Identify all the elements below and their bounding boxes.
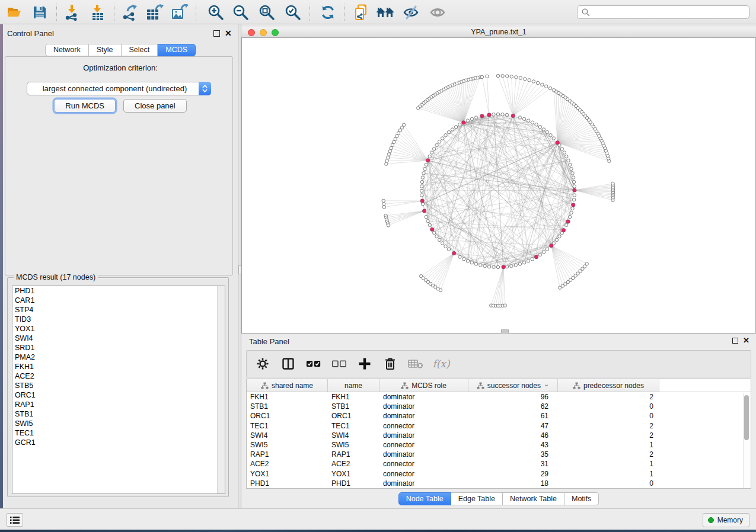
table-row[interactable]: SWI5SWI5connector431 — [247, 440, 751, 450]
export-image-button[interactable] — [170, 3, 189, 21]
table-row[interactable]: TEC1TEC1connector472 — [247, 421, 751, 431]
mcds-result-list[interactable]: PHD1CAR1STP4TID3YOX1SWI4SRD1PMA2FKH1ACE2… — [12, 286, 225, 494]
desktop-wallpaper — [0, 530, 756, 532]
column-header-shared-name[interactable]: shared name — [247, 379, 328, 392]
run-mcds-button[interactable]: Run MCDS — [54, 99, 116, 113]
control-panel-title: Control Panel — [7, 29, 54, 38]
mcds-result-item[interactable]: TID3 — [12, 315, 225, 324]
mcds-result-item[interactable]: STP4 — [12, 305, 225, 315]
cytoscape-app: Control Panel ✕ NetworkStyleSelectMCDS O… — [0, 0, 756, 532]
search-input[interactable] — [590, 6, 749, 18]
save-session-button[interactable] — [30, 3, 49, 21]
memory-button[interactable]: Memory — [703, 513, 749, 527]
network-canvas[interactable] — [241, 38, 756, 334]
cell-name: RAP1 — [328, 450, 379, 459]
select-all-columns-button[interactable] — [306, 356, 321, 371]
import-table-button[interactable] — [88, 3, 107, 21]
zoom-out-button[interactable] — [231, 3, 250, 21]
tab-network-table[interactable]: Network Table — [503, 492, 564, 505]
horizontal-splitter-handle[interactable] — [501, 329, 509, 334]
mcds-result-item[interactable]: SRD1 — [12, 343, 225, 352]
cell-name: STB1 — [328, 402, 379, 411]
column-label: name — [344, 382, 362, 390]
control-panel-tabs: NetworkStyleSelectMCDS — [3, 44, 238, 56]
table-scrollbar-thumb[interactable] — [744, 395, 749, 440]
mcds-result-item[interactable]: RAP1 — [12, 400, 225, 409]
cell-shared-name: TEC1 — [247, 421, 328, 431]
shared-column-icon — [573, 382, 580, 389]
tab-edge-table[interactable]: Edge Table — [451, 492, 503, 505]
table-settings-gear-icon — [256, 357, 269, 370]
close-table-panel-icon[interactable]: ✕ — [743, 336, 749, 345]
mcds-result-item[interactable]: FKH1 — [12, 362, 225, 371]
zoom-in-button[interactable] — [206, 3, 225, 21]
zoom-fit-button[interactable] — [257, 3, 276, 21]
hide-selected-button[interactable] — [402, 3, 421, 21]
table-row[interactable]: PHD1PHD1dominator180 — [247, 479, 751, 488]
network-snapshot-button[interactable] — [352, 3, 371, 21]
mcds-result-item[interactable]: SWI4 — [12, 334, 225, 343]
export-network-button[interactable] — [120, 3, 139, 21]
add-column-button[interactable] — [357, 356, 372, 371]
column-header-predecessor-nodes[interactable]: predecessor nodes — [558, 379, 659, 392]
mcds-result-item[interactable]: GCR1 — [12, 438, 225, 447]
table-row[interactable]: ACE2ACE2connector311 — [247, 459, 751, 469]
criterion-select[interactable]: largest connected component (undirected) — [27, 82, 211, 95]
table-row[interactable]: YOX1YOX1connector291 — [247, 469, 751, 479]
tab-node-table[interactable]: Node Table — [398, 492, 451, 505]
mcds-result-item[interactable]: CAR1 — [12, 296, 225, 305]
table-row[interactable]: STB1STB1dominator620 — [247, 402, 751, 411]
tab-motifs[interactable]: Motifs — [564, 492, 599, 505]
control-panel: Control Panel ✕ NetworkStyleSelectMCDS O… — [3, 24, 238, 508]
mcds-result-item[interactable]: STB1 — [12, 409, 225, 419]
mcds-result-item[interactable]: SWI5 — [12, 419, 225, 428]
close-panel-button[interactable]: Close panel — [123, 99, 187, 113]
show-all-icon — [429, 5, 446, 20]
table-row[interactable]: ORC1ORC1dominator610 — [247, 411, 751, 421]
import-network-icon — [64, 4, 81, 21]
mcds-result-item[interactable]: PMA2 — [12, 352, 225, 362]
tab-network[interactable]: Network — [45, 44, 89, 56]
tab-mcds[interactable]: MCDS — [158, 44, 196, 56]
import-table-icon — [90, 4, 106, 21]
mcds-result-item[interactable]: ORC1 — [12, 390, 225, 400]
tab-style[interactable]: Style — [89, 44, 122, 56]
toolbar-separator — [344, 4, 344, 21]
table-row[interactable]: SWI4SWI4dominator462 — [247, 431, 751, 440]
mcds-result-item[interactable]: PHD1 — [12, 286, 225, 296]
table-row[interactable]: RAP1RAP1dominator352 — [247, 450, 751, 459]
delete-column-button[interactable] — [382, 356, 398, 371]
mcds-result-item[interactable]: STB5 — [12, 381, 225, 390]
table-scrollbar[interactable] — [743, 393, 749, 488]
mcds-result-item[interactable]: YOX1 — [12, 324, 225, 334]
show-columns-button[interactable] — [280, 356, 296, 371]
column-header-successor-nodes[interactable]: successor nodes⌄ — [468, 379, 558, 392]
table-row[interactable]: FKH1FKH1dominator962 — [247, 392, 751, 402]
cell-MCDS-role: dominator — [379, 431, 468, 440]
task-history-button[interactable] — [7, 513, 23, 527]
float-table-panel-icon[interactable] — [732, 338, 738, 344]
list-scrollbar[interactable] — [217, 286, 225, 493]
close-panel-icon[interactable]: ✕ — [225, 29, 232, 37]
network-titlebar[interactable]: YPA_prune.txt_1 — [241, 27, 756, 38]
cell-shared-name: RAP1 — [247, 450, 328, 459]
unselect-all-columns-button[interactable] — [331, 356, 347, 371]
show-all-button[interactable] — [428, 3, 447, 21]
float-panel-icon[interactable] — [213, 30, 220, 37]
tab-select[interactable]: Select — [122, 44, 158, 56]
refresh-layout-button[interactable] — [318, 3, 337, 21]
cell-predecessor-nodes: 1 — [558, 469, 659, 479]
export-table-button[interactable] — [145, 3, 164, 21]
cell-name: ORC1 — [328, 411, 379, 421]
mcds-result-item[interactable]: ACE2 — [12, 371, 225, 381]
import-network-button[interactable] — [63, 3, 82, 21]
column-header-MCDS-role[interactable]: MCDS role — [379, 379, 468, 392]
column-header-name[interactable]: name — [328, 379, 379, 392]
open-file-button[interactable] — [5, 3, 24, 21]
first-neighbors-button[interactable] — [376, 3, 395, 21]
zoom-selected-button[interactable] — [283, 3, 302, 21]
delete-table-button — [408, 356, 423, 371]
mcds-result-item[interactable]: TEC1 — [12, 428, 225, 438]
cell-shared-name: ACE2 — [247, 459, 328, 469]
table-settings-gear-button[interactable] — [255, 356, 270, 371]
